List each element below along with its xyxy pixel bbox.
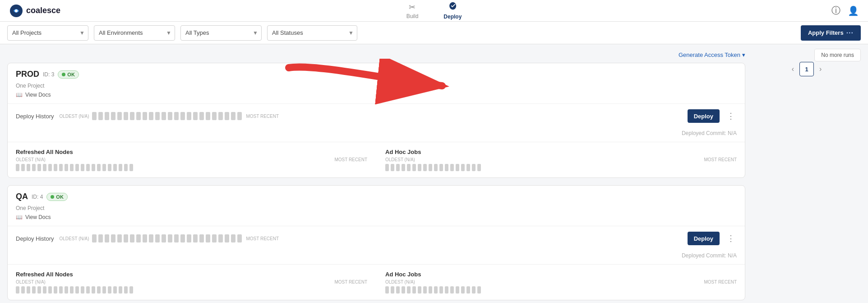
qa-job-adhoc: Ad Hoc Jobs OLDEST (N/A) MOST RECENT [385, 271, 737, 294]
qa-adhoc-title: Ad Hoc Jobs [385, 271, 737, 278]
prod-adhoc-range: OLDEST (N/A) MOST RECENT [385, 157, 737, 162]
qa-status-label: OK [56, 194, 64, 200]
prod-refreshed-oldest: OLDEST (N/A) [16, 157, 46, 162]
qa-job-refreshed: Refreshed All Nodes OLDEST (N/A) MOST RE… [16, 271, 367, 294]
generate-token-chevron-icon: ▾ [742, 51, 745, 58]
filter-bar: All Projects ▼ All Environments ▼ All Ty… [0, 22, 868, 44]
nav-deploy[interactable]: Deploy [440, 0, 465, 22]
deploy-icon [448, 1, 457, 13]
prod-refreshed-bars [16, 164, 367, 171]
nav-center: ✂ Build Deploy [403, 0, 466, 22]
user-icon[interactable]: 👤 [848, 5, 859, 16]
prod-more-button[interactable]: ⋮ [725, 111, 737, 121]
prod-deploy-history-label: Deploy History [16, 113, 54, 120]
prod-header: PROD ID: 3 OK [8, 63, 745, 83]
qa-status-dot [51, 195, 54, 199]
qa-refreshed-oldest: OLDEST (N/A) [16, 280, 46, 284]
qa-deployed-commit: Deployed Commit: N/A [8, 251, 745, 264]
environments-filter-wrap: All Environments ▼ [94, 25, 175, 41]
prod-job-stats-row: Refreshed All Nodes OLDEST (N/A) MOST RE… [8, 142, 745, 177]
qa-more-button[interactable]: ⋮ [725, 233, 737, 243]
prod-adhoc-oldest: OLDEST (N/A) [385, 157, 415, 162]
prod-adhoc-title: Ad Hoc Jobs [385, 149, 737, 155]
prod-view-docs-label: View Docs [25, 92, 51, 98]
prod-adhoc-bars [385, 164, 737, 171]
build-icon: ✂ [409, 2, 416, 12]
prod-history-bar-wrap: OLDEST (N/A) MOST RECENT [60, 112, 682, 120]
qa-adhoc-range: OLDEST (N/A) MOST RECENT [385, 280, 737, 284]
qa-deploy-history-label: Deploy History [16, 235, 54, 242]
prod-status-label: OK [67, 72, 75, 77]
qa-adhoc-bars [385, 286, 737, 294]
prod-status-dot [62, 73, 65, 76]
qa-id: ID: 4 [32, 194, 43, 200]
qa-refreshed-title: Refreshed All Nodes [16, 271, 367, 278]
qa-job-stats-row: Refreshed All Nodes OLDEST (N/A) MOST RE… [8, 264, 745, 300]
statuses-filter[interactable]: All Statuses [267, 25, 357, 41]
types-filter[interactable]: All Types [180, 25, 262, 41]
main-content: Generate Access Token ▾ PROD ID: 3 OK On… [0, 44, 868, 303]
prod-deployed-commit: Deployed Commit: N/A [8, 128, 745, 142]
prev-page-button[interactable]: ‹ [790, 63, 796, 75]
qa-project: One Project [8, 205, 745, 214]
svg-point-1 [15, 9, 18, 12]
generate-token-link[interactable]: Generate Access Token ▾ [679, 51, 745, 58]
qa-deploy-row: Deploy History OLDEST (N/A) MOST RECENT … [8, 226, 745, 251]
prod-refreshed-recent: MOST RECENT [334, 157, 367, 162]
left-panel: Generate Access Token ▾ PROD ID: 3 OK On… [7, 51, 745, 303]
projects-filter[interactable]: All Projects [7, 25, 88, 41]
env-card-prod: PROD ID: 3 OK One Project 📖 View Docs De… [7, 63, 745, 178]
prod-history-bars [92, 112, 243, 120]
no-more-runs: No more runs [814, 49, 861, 61]
prod-deploy-button[interactable]: Deploy [688, 109, 720, 123]
qa-deploy-button[interactable]: Deploy [688, 232, 720, 245]
prod-refreshed-title: Refreshed All Nodes [16, 149, 367, 155]
nav-build[interactable]: ✂ Build [403, 0, 422, 21]
qa-docs-book-icon: 📖 [16, 214, 23, 220]
prod-adhoc-recent: MOST RECENT [704, 157, 737, 162]
qa-view-docs-label: View Docs [25, 214, 51, 220]
qa-history-bar-wrap: OLDEST (N/A) MOST RECENT [60, 234, 682, 242]
projects-filter-wrap: All Projects ▼ [7, 25, 88, 41]
prod-status-badge: OK [58, 70, 79, 79]
prod-project: One Project [8, 83, 745, 92]
types-filter-wrap: All Types ▼ [180, 25, 262, 41]
qa-adhoc-oldest: OLDEST (N/A) [385, 280, 415, 284]
qa-header: QA ID: 4 OK [8, 186, 745, 205]
qa-most-recent-label: MOST RECENT [246, 236, 279, 241]
env-card-qa: QA ID: 4 OK One Project 📖 View Docs Depl… [7, 185, 745, 300]
prod-deploy-row: Deploy History OLDEST (N/A) MOST RECENT … [8, 103, 745, 128]
prod-job-refreshed: Refreshed All Nodes OLDEST (N/A) MOST RE… [16, 149, 367, 171]
nav-deploy-label: Deploy [443, 14, 462, 20]
pagination: ‹ 1 › [753, 62, 861, 76]
docs-book-icon: 📖 [16, 92, 23, 98]
qa-name: QA [16, 192, 28, 201]
prod-refreshed-range: OLDEST (N/A) MOST RECENT [16, 157, 367, 162]
next-page-button[interactable]: › [817, 63, 823, 75]
qa-refreshed-recent: MOST RECENT [334, 280, 367, 284]
prod-job-adhoc: Ad Hoc Jobs OLDEST (N/A) MOST RECENT [385, 149, 737, 171]
qa-status-badge: OK [46, 193, 68, 201]
help-icon[interactable]: ⓘ [831, 5, 840, 17]
qa-adhoc-recent: MOST RECENT [704, 280, 737, 284]
prod-id: ID: 3 [43, 71, 54, 78]
logo-text: coalesce [26, 6, 60, 15]
nav-right: ⓘ 👤 [831, 5, 859, 17]
current-page: 1 [799, 62, 814, 76]
environments-filter[interactable]: All Environments [94, 25, 175, 41]
qa-view-docs[interactable]: 📖 View Docs [8, 214, 745, 226]
prod-oldest-label: OLDEST (N/A) [60, 114, 89, 119]
prod-view-docs[interactable]: 📖 View Docs [8, 92, 745, 103]
qa-refreshed-range: OLDEST (N/A) MOST RECENT [16, 280, 367, 284]
qa-oldest-label: OLDEST (N/A) [60, 236, 89, 241]
apply-filters-dots-icon: ··· [846, 29, 854, 37]
logo[interactable]: coalesce [9, 4, 60, 18]
right-panel: No more runs ‹ 1 › [753, 51, 861, 303]
qa-refreshed-bars [16, 286, 367, 294]
prod-name: PROD [16, 70, 39, 79]
apply-filters-label: Apply Filters [808, 29, 844, 36]
statuses-filter-wrap: All Statuses ▼ [267, 25, 357, 41]
generate-token-bar: Generate Access Token ▾ [7, 51, 745, 58]
prod-most-recent-label: MOST RECENT [246, 114, 279, 119]
apply-filters-button[interactable]: Apply Filters ··· [801, 25, 861, 41]
